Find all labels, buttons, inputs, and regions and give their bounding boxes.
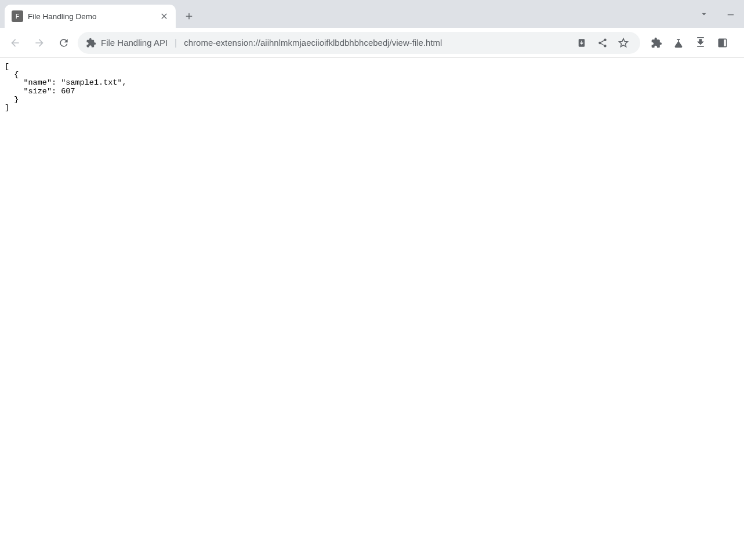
- minimize-icon: [725, 9, 736, 19]
- tab-title: File Handling Demo: [28, 12, 155, 21]
- side-panel-button[interactable]: [712, 32, 733, 53]
- json-output: [ { "name": "sample1.txt", "size": 607 }…: [5, 63, 739, 112]
- labs-button[interactable]: [668, 32, 689, 53]
- star-icon: [618, 38, 629, 48]
- chevron-down-icon: [699, 9, 709, 19]
- plus-icon: [184, 11, 194, 21]
- puzzle-icon: [651, 37, 662, 49]
- toolbar: File Handling API | chrome-extension://a…: [0, 28, 744, 58]
- omnibox[interactable]: File Handling API | chrome-extension://a…: [78, 32, 640, 54]
- active-tab[interactable]: F File Handling Demo: [5, 5, 176, 28]
- reload-icon: [58, 37, 70, 49]
- omnibox-url: chrome-extension://aiihnlmkmjaeciioifklb…: [184, 38, 567, 48]
- window-controls: [691, 0, 744, 28]
- install-icon: [576, 38, 587, 48]
- flask-icon: [673, 37, 684, 49]
- tab-favicon: F: [12, 10, 23, 22]
- install-button[interactable]: [573, 34, 590, 52]
- back-button[interactable]: [5, 32, 26, 53]
- omnibox-actions: [573, 34, 632, 52]
- tab-search-button[interactable]: [691, 2, 717, 26]
- share-button[interactable]: [594, 34, 611, 52]
- page-content: [ { "name": "sample1.txt", "size": 607 }…: [0, 58, 744, 117]
- arrow-right-icon: [34, 37, 45, 49]
- share-icon: [597, 38, 608, 48]
- tab-strip: F File Handling Demo: [0, 0, 744, 28]
- toolbar-actions: [646, 32, 733, 53]
- arrow-left-icon: [9, 37, 21, 49]
- panel-icon: [717, 37, 728, 49]
- extension-identity[interactable]: File Handling API: [86, 38, 168, 48]
- omnibox-divider: |: [175, 38, 177, 48]
- svg-rect-0: [728, 14, 734, 16]
- extensions-button[interactable]: [646, 32, 667, 53]
- downloads-button[interactable]: [690, 32, 711, 53]
- extension-name-label: File Handling API: [101, 38, 168, 48]
- forward-button[interactable]: [29, 32, 50, 53]
- bookmark-button[interactable]: [615, 34, 632, 52]
- reload-button[interactable]: [53, 32, 74, 53]
- minimize-button[interactable]: [717, 2, 744, 26]
- download-icon: [695, 37, 706, 49]
- close-tab-button[interactable]: [159, 12, 169, 21]
- extension-icon: [86, 38, 96, 48]
- new-tab-button[interactable]: [180, 8, 198, 25]
- close-icon: [159, 11, 169, 21]
